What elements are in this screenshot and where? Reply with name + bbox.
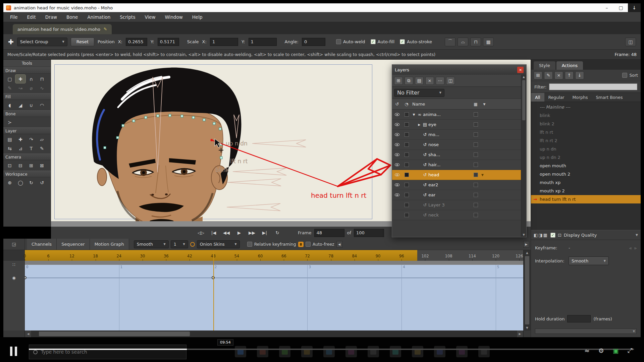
- reset-button[interactable]: Reset: [71, 38, 94, 46]
- layer-row-neck[interactable]: ↺neck: [392, 210, 521, 220]
- layer-row-mo[interactable]: ↺mo...: [392, 130, 521, 140]
- layer-rotate-tool[interactable]: ↷: [26, 135, 36, 143]
- layer-select-checkbox[interactable]: [405, 132, 409, 137]
- prev-keyframe-icon[interactable]: ◃: [629, 246, 631, 250]
- layer-row-hair[interactable]: ↺hair...: [392, 160, 521, 170]
- menu-help[interactable]: Help: [187, 12, 207, 22]
- prev-frame-button[interactable]: ◀◀: [221, 229, 232, 237]
- timeline-tab-channels[interactable]: Channels: [27, 239, 57, 250]
- taskbar-app-icon[interactable]: [434, 346, 445, 357]
- tab-actions[interactable]: Actions: [556, 61, 583, 70]
- delete-layer-button[interactable]: ×: [425, 77, 434, 85]
- visibility-toggle[interactable]: [392, 173, 402, 176]
- rename-action-button[interactable]: ✎: [544, 71, 553, 79]
- cycle-button[interactable]: ◁▷: [195, 229, 207, 237]
- position-x-field[interactable]: [126, 38, 147, 46]
- auto-fill-checkbox[interactable]: ✓: [371, 39, 376, 44]
- timeline-tab-sequencer[interactable]: Sequencer: [57, 239, 90, 250]
- scroll-right-icon[interactable]: ▶: [517, 330, 523, 337]
- action-item-lft-n-rt-2[interactable]: lft n rt 2: [531, 136, 641, 145]
- playhead[interactable]: [213, 250, 214, 330]
- keyframe-track[interactable]: 0 12345: [25, 265, 523, 330]
- download-icon[interactable]: ↓: [628, 3, 641, 12]
- interpolation-mode-dropdown[interactable]: Smooth: [134, 240, 169, 248]
- layer-row-ear[interactable]: ↺ear: [392, 190, 521, 200]
- layer-select-checkbox[interactable]: [405, 153, 409, 157]
- translate-points-tool[interactable]: ✚: [15, 75, 25, 83]
- layer-row-layer-3[interactable]: ↺Layer 3: [392, 200, 521, 210]
- new-layer-button[interactable]: ⊞: [394, 77, 403, 85]
- freehand-tool[interactable]: ✎: [5, 84, 15, 92]
- layer-scale-tool[interactable]: ⊿: [15, 144, 25, 153]
- position-y-field[interactable]: [158, 38, 179, 46]
- maximize-button[interactable]: ▢: [614, 3, 628, 12]
- timeline-vertical-scrollbar[interactable]: ▲▼: [523, 250, 531, 330]
- action-item-up-n-dn[interactable]: up n dn: [531, 145, 641, 153]
- taskbar-app-icon[interactable]: [345, 346, 357, 357]
- subtab-all[interactable]: All: [531, 93, 544, 102]
- layer-filter-dropdown[interactable]: No Filter: [394, 89, 444, 97]
- timeline-tracks[interactable]: ∷ ◉ 0 12345: [3, 261, 531, 330]
- cycles-dropdown[interactable]: 1: [171, 240, 188, 248]
- quality-full-icon[interactable]: ▦: [543, 233, 547, 238]
- menu-window[interactable]: Window: [160, 12, 187, 22]
- layer-select-checkbox[interactable]: [405, 183, 409, 187]
- layer-select-checkbox[interactable]: [405, 112, 409, 117]
- sort-checkbox[interactable]: [622, 73, 627, 78]
- timeline-expand-icon[interactable]: ◲: [3, 239, 25, 250]
- curve-tool[interactable]: ↝: [15, 84, 25, 92]
- taskbar-app-icon[interactable]: [235, 346, 246, 357]
- chevron-down-icon[interactable]: ▼: [636, 233, 638, 237]
- current-frame-field[interactable]: [314, 229, 344, 237]
- layer-options-arrow[interactable]: ▼: [481, 173, 484, 177]
- action-item-mouth-xp[interactable]: mouth xp: [531, 178, 641, 187]
- quality-wireframe-icon[interactable]: ◧: [534, 233, 538, 238]
- total-frames-field[interactable]: [354, 229, 384, 237]
- flatten-button[interactable]: ⊓: [470, 38, 481, 46]
- hold-duration-field[interactable]: [567, 315, 591, 322]
- display-quality-checkbox[interactable]: ✓: [550, 233, 555, 238]
- camera-pan-tool[interactable]: ⊠: [37, 161, 47, 170]
- loop-button[interactable]: ↻: [272, 229, 283, 237]
- layer-row-head[interactable]: ↺head▼: [392, 170, 521, 180]
- tab-style[interactable]: Style: [534, 61, 555, 70]
- taskbar-app-icon[interactable]: [323, 346, 335, 357]
- new-action-button[interactable]: ⊞: [534, 71, 542, 79]
- layer-color-swatch[interactable]: [474, 132, 478, 137]
- select-shape-tool[interactable]: ◖: [5, 101, 15, 109]
- auto-weld-checkbox[interactable]: [336, 39, 341, 44]
- interpolation-dropdown[interactable]: Smooth: [569, 256, 609, 265]
- layer-select-checkbox[interactable]: [405, 213, 409, 217]
- action-item-open-mouth-2[interactable]: open mouth 2: [531, 170, 641, 178]
- layers-scrollbar[interactable]: ▲ ▼: [521, 75, 526, 237]
- layer-color-swatch[interactable]: [474, 193, 478, 197]
- layer-color-swatch[interactable]: [474, 163, 478, 167]
- layer-row-nose[interactable]: ↺nose: [392, 140, 521, 150]
- action-item-mainline[interactable]: --- Mainline ---: [531, 103, 641, 111]
- select-group-dropdown[interactable]: Select Group: [17, 38, 67, 46]
- angle-field[interactable]: [302, 38, 325, 46]
- action-item-blink-2[interactable]: blink 2: [531, 120, 641, 128]
- more-options-button[interactable]: ⋯: [436, 77, 444, 85]
- timeline-ruler[interactable]: 0612182430364248546066727884909610210811…: [3, 250, 531, 261]
- layer-comps-button[interactable]: ◫: [446, 77, 455, 85]
- video-progress-bar[interactable]: [29, 349, 634, 350]
- action-item-blink[interactable]: blink: [531, 111, 641, 120]
- text-tool[interactable]: T: [26, 144, 36, 153]
- rotate-workspace-tool[interactable]: ↻: [26, 178, 36, 187]
- taskbar-app-icon[interactable]: [301, 346, 313, 357]
- peak-smooth-button[interactable]: ⌓: [458, 38, 468, 46]
- layer-color-swatch[interactable]: [474, 183, 478, 187]
- layer-translate-tool[interactable]: ▤: [5, 135, 15, 143]
- magnet-width-tool[interactable]: ⊓: [37, 75, 47, 83]
- scroll-left-icon[interactable]: ◀: [336, 241, 342, 248]
- close-icon[interactable]: ×: [517, 67, 524, 73]
- action-item-up-n-dn-2[interactable]: up n dn 2: [531, 153, 641, 162]
- first-frame-button[interactable]: |◀: [208, 229, 219, 237]
- orbit-workspace-tool[interactable]: ↺: [37, 178, 47, 187]
- taskbar-app-icon[interactable]: [279, 346, 290, 357]
- visibility-toggle[interactable]: [392, 143, 402, 146]
- taskbar-app-icon[interactable]: [412, 346, 423, 357]
- layer-select-checkbox[interactable]: [405, 163, 409, 167]
- menu-view[interactable]: View: [140, 12, 160, 22]
